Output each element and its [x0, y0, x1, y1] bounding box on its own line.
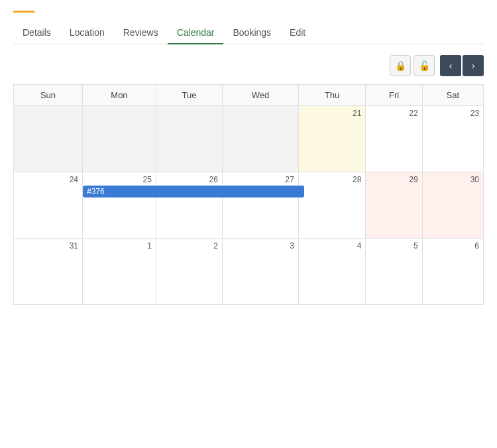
calendar-week-1: 2425#3762627282930 — [14, 172, 484, 239]
unlock-icon: 🔓 — [419, 60, 430, 71]
calendar-cell[interactable] — [156, 106, 222, 172]
day-number: 5 — [370, 241, 417, 251]
day-number: 6 — [427, 241, 479, 251]
calendar-week-2: 31123456 — [14, 239, 484, 305]
tab-nav: DetailsLocationReviewsCalendarBookingsEd… — [13, 22, 484, 44]
day-number: 25 — [87, 175, 152, 184]
calendar-cell[interactable]: 30 — [422, 172, 483, 239]
day-number: 2 — [160, 241, 218, 251]
tab-edit[interactable]: Edit — [280, 22, 315, 44]
tab-location[interactable]: Location — [60, 22, 114, 44]
next-month-button[interactable]: › — [463, 55, 484, 76]
day-number: 3 — [227, 241, 294, 251]
calendar-week-0: 212223 — [14, 106, 484, 172]
col-header-mon: Mon — [82, 85, 156, 106]
day-number: 22 — [370, 109, 417, 118]
booking-bar[interactable]: #376 — [83, 186, 304, 197]
calendar-cell[interactable]: 25#376 — [82, 172, 156, 239]
tab-bookings[interactable]: Bookings — [223, 22, 280, 44]
header-controls: 🔒 🔓 ‹ › — [390, 55, 484, 76]
calendar-cell[interactable]: 4 — [298, 239, 366, 305]
tab-calendar[interactable]: Calendar — [168, 22, 224, 44]
calendar-cell[interactable]: 28 — [298, 172, 366, 239]
calendar-header: 🔒 🔓 ‹ › — [13, 55, 484, 76]
calendar-cell[interactable]: 23 — [422, 106, 483, 172]
calendar-cell[interactable]: 1 — [82, 239, 156, 305]
calendar-cell[interactable]: 27 — [222, 172, 298, 239]
prev-month-button[interactable]: ‹ — [440, 55, 461, 76]
day-number: 28 — [303, 175, 362, 184]
unlock-button[interactable]: 🔓 — [414, 55, 435, 76]
calendar-cell[interactable]: 22 — [366, 106, 422, 172]
lock-button[interactable]: 🔒 — [390, 55, 411, 76]
col-header-thu: Thu — [298, 85, 366, 106]
page-container: DetailsLocationReviewsCalendarBookingsEd… — [0, 0, 497, 315]
tab-reviews[interactable]: Reviews — [114, 22, 168, 44]
day-number: 4 — [303, 241, 362, 251]
calendar-cell[interactable]: 6 — [422, 239, 483, 305]
calendar-cell[interactable]: 3 — [222, 239, 298, 305]
col-header-sun: Sun — [14, 85, 83, 106]
tab-details[interactable]: Details — [13, 22, 60, 44]
top-accent — [13, 11, 34, 13]
calendar-cell[interactable]: 21 — [298, 106, 366, 172]
calendar-table: SunMonTueWedThuFriSat 2122232425#3762627… — [13, 84, 484, 305]
calendar-cell[interactable]: 24 — [14, 172, 83, 239]
day-number: 27 — [227, 175, 294, 184]
col-header-sat: Sat — [422, 85, 483, 106]
day-number: 24 — [18, 175, 78, 184]
day-number: 31 — [18, 241, 78, 251]
calendar-header-row: SunMonTueWedThuFriSat — [14, 85, 484, 106]
day-number: 29 — [370, 175, 417, 184]
day-number: 26 — [160, 175, 218, 184]
day-number: 30 — [427, 175, 479, 184]
calendar-cell[interactable]: 2 — [156, 239, 222, 305]
day-number: 21 — [303, 109, 362, 118]
calendar-cell[interactable]: 31 — [14, 239, 83, 305]
calendar-cell[interactable] — [82, 106, 156, 172]
calendar-cell[interactable]: 26 — [156, 172, 222, 239]
col-header-fri: Fri — [366, 85, 422, 106]
day-number: 23 — [427, 109, 479, 118]
calendar-cell[interactable] — [222, 106, 298, 172]
col-header-wed: Wed — [222, 85, 298, 106]
nav-buttons: ‹ › — [440, 55, 484, 76]
day-number: 1 — [87, 241, 152, 251]
calendar-cell[interactable]: 5 — [366, 239, 422, 305]
calendar-cell[interactable]: 29 — [366, 172, 422, 239]
lock-icon: 🔒 — [395, 60, 406, 71]
col-header-tue: Tue — [156, 85, 222, 106]
calendar-cell[interactable] — [14, 106, 83, 172]
